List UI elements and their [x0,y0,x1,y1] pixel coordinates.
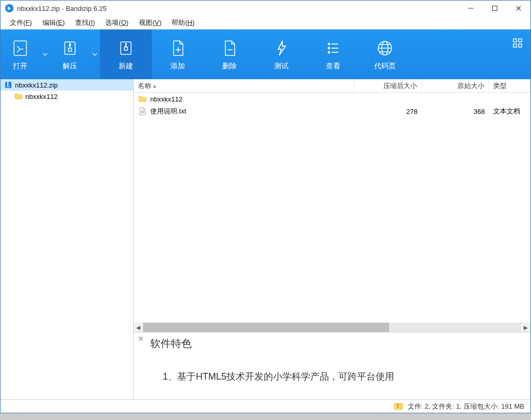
codepage-button[interactable]: 代码页 [359,30,411,79]
svg-rect-24 [513,44,516,47]
svg-rect-25 [519,44,522,47]
test-button[interactable]: 测试 [255,30,307,79]
minimize-button[interactable] [459,1,483,16]
file-name: 使用说明.txt [150,107,186,116]
tree-child-label: nbxxkx112 [25,93,58,100]
column-original-header[interactable]: 原始大小 [422,79,489,92]
content-panel: 名称 ▴ 压缩后大小 原始大小 类型 [134,79,530,399]
list-row[interactable]: 使用说明.txt 278 368 文本文档 [134,105,530,118]
add-button[interactable]: 添加 [152,30,204,79]
maximize-button[interactable] [483,1,507,16]
new-label: 新建 [119,62,133,71]
open-dropdown[interactable] [40,30,50,79]
menu-options[interactable]: 选项(O) [100,17,134,28]
column-original-label: 原始大小 [457,81,484,91]
svg-rect-10 [124,47,127,50]
svg-rect-23 [519,39,522,42]
add-icon [167,38,188,59]
tree-root-label: nbxxkx112.zip [15,81,58,89]
file-list: 名称 ▴ 压缩后大小 原始大小 类型 [134,79,530,332]
window-controls [459,1,530,16]
extract-button[interactable]: 解压 [50,30,90,79]
menubar: 文件(F) 编辑(E) 查找(I) 选项(O) 视图(V) 帮助(H) [1,16,530,30]
svg-point-15 [328,52,330,53]
svg-point-11 [328,44,330,45]
column-type-header[interactable]: 类型 [489,79,530,92]
new-button[interactable]: 新建 [100,30,152,79]
svg-rect-22 [513,39,516,42]
svg-rect-6 [68,48,71,51]
folder-icon [138,95,147,103]
open-icon [10,38,31,59]
add-label: 添加 [170,62,185,71]
delete-label: 删除 [222,62,237,71]
sidebar-tree: ZIP nbxxkx112.zip nbxxkx112 [1,79,134,399]
main-area: ZIP nbxxkx112.zip nbxxkx112 名称 ▴ [1,79,530,399]
column-name-label: 名称 [138,81,151,91]
folder-icon [14,92,23,100]
tree-root-item[interactable]: ZIP nbxxkx112.zip [1,79,133,91]
tree-child-item[interactable]: nbxxkx112 [1,91,133,102]
file-original-size: 368 [422,108,489,115]
archive-icon [393,403,404,410]
description-title: 软件特色 [150,337,522,351]
list-body: nbxxkx112 使用说明.txt 278 [134,93,530,323]
svg-point-8 [125,44,126,45]
column-name-header[interactable]: 名称 ▴ [134,79,354,92]
file-type: 文本文档 [489,107,530,116]
file-compressed-size: 278 [354,108,422,115]
menu-view[interactable]: 视图(V) [134,17,166,28]
description-text: 1、基于HTML5技术开发的小学科学产品，可跨平台使用 [163,370,522,383]
view-list-icon [323,38,343,59]
view-button[interactable]: 查看 [307,30,359,79]
statusbar: 文件: 2, 文件夹: 1, 压缩包大小: 191 MB [1,399,530,413]
codepage-label: 代码页 [374,62,396,71]
view-label: 查看 [326,62,340,71]
svg-point-5 [69,45,71,46]
menu-file[interactable]: 文件(F) [5,17,37,28]
app-icon [5,4,14,13]
window-title: nbxxkx112.zip - Bandizip 6.25 [17,5,459,12]
column-compressed-header[interactable]: 压缩后大小 [354,79,422,92]
svg-rect-1 [468,8,473,9]
delete-button[interactable]: 删除 [204,30,255,79]
app-window: nbxxkx112.zip - Bandizip 6.25 文件(F) 编辑(E… [0,0,531,413]
scroll-thumb[interactable] [143,323,389,332]
toolbar-ribbon: 打开 解压 新建 添加 [1,30,530,79]
list-header: 名称 ▴ 压缩后大小 原始大小 类型 [134,79,530,93]
menu-help[interactable]: 帮助(H) [166,17,199,28]
svg-rect-3 [14,41,26,55]
titlebar: nbxxkx112.zip - Bandizip 6.25 [1,1,530,16]
scroll-right-button[interactable]: ▶ [521,323,530,332]
close-panel-button[interactable]: ✕ [138,335,144,343]
open-label: 打开 [13,62,27,71]
svg-rect-33 [397,403,398,408]
extract-dropdown[interactable] [90,30,100,79]
horizontal-scrollbar[interactable]: ◀ ▶ [134,323,530,332]
globe-icon [375,38,395,59]
test-icon [271,38,292,59]
text-file-icon [138,107,147,115]
sort-asc-icon: ▴ [153,83,156,89]
description-panel: ✕ 软件特色 1、基于HTML5技术开发的小学科学产品，可跨平台使用 [134,332,530,399]
menu-edit[interactable]: 编辑(E) [37,17,70,28]
column-type-label: 类型 [493,81,507,91]
open-button[interactable]: 打开 [1,30,40,79]
ribbon-more-button[interactable] [505,30,530,79]
scroll-track[interactable] [143,323,521,332]
file-name: nbxxkx112 [150,95,182,103]
extract-label: 解压 [63,62,77,71]
svg-point-13 [328,48,330,49]
svg-text:ZIP: ZIP [7,85,10,88]
menu-find[interactable]: 查找(I) [70,17,100,28]
close-button[interactable] [507,1,530,16]
status-text: 文件: 2, 文件夹: 1, 压缩包大小: 191 MB [408,402,524,411]
delete-icon [219,38,240,59]
test-label: 测试 [274,62,289,71]
svg-point-9 [125,46,126,47]
scroll-left-button[interactable]: ◀ [134,323,143,332]
new-archive-icon [116,38,136,59]
svg-rect-2 [493,6,497,11]
column-compressed-label: 压缩后大小 [383,81,417,91]
list-row[interactable]: nbxxkx112 [134,93,530,105]
